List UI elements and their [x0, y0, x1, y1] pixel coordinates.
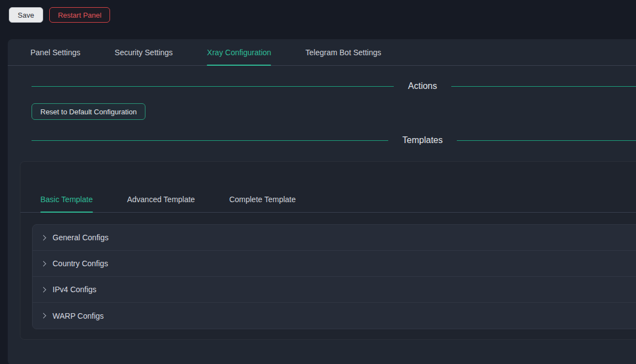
chevron-right-icon: [41, 313, 46, 319]
settings-tabbar: Panel Settings Security Settings Xray Co…: [8, 39, 636, 66]
tab-telegram-bot-settings[interactable]: Telegram Bot Settings: [305, 39, 381, 65]
templates-divider: Templates: [8, 135, 636, 145]
chevron-right-icon: [41, 261, 46, 266]
top-action-bar: Save Restart Panel: [0, 0, 636, 30]
collapse-item-warp-configs[interactable]: WARP Configs: [33, 303, 636, 329]
templates-card: Basic Template Advanced Template Complet…: [20, 161, 636, 340]
collapse-item-country-configs[interactable]: Country Configs: [33, 251, 636, 277]
tab-security-settings[interactable]: Security Settings: [114, 39, 173, 65]
collapse-item-label: IPv4 Configs: [53, 285, 96, 294]
tab-panel-settings[interactable]: Panel Settings: [30, 39, 80, 65]
settings-card: Panel Settings Security Settings Xray Co…: [8, 39, 636, 364]
actions-divider-label: Actions: [408, 81, 437, 91]
collapse-item-label: Country Configs: [53, 259, 108, 268]
collapse-item-general-configs[interactable]: General Configs: [33, 225, 636, 251]
tab-advanced-template[interactable]: Advanced Template: [127, 186, 195, 212]
tab-complete-template[interactable]: Complete Template: [229, 186, 295, 212]
save-button[interactable]: Save: [9, 7, 43, 23]
reset-default-config-button[interactable]: Reset to Default Configuration: [32, 103, 145, 120]
templates-divider-label: Templates: [403, 135, 443, 145]
tab-basic-template[interactable]: Basic Template: [40, 186, 93, 212]
template-tabbar: Basic Template Advanced Template Complet…: [20, 186, 636, 213]
tab-xray-configuration[interactable]: Xray Configuration: [207, 39, 271, 65]
collapse-item-ipv4-configs[interactable]: IPv4 Configs: [33, 277, 636, 303]
restart-panel-button[interactable]: Restart Panel: [49, 7, 111, 23]
actions-divider: Actions: [8, 81, 636, 91]
config-collapse-list: General Configs Country Configs IPv4 Con…: [32, 224, 636, 329]
chevron-right-icon: [41, 287, 46, 292]
actions-row: Reset to Default Configuration: [8, 91, 636, 120]
collapse-item-label: WARP Configs: [53, 312, 104, 320]
chevron-right-icon: [41, 235, 46, 240]
collapse-item-label: General Configs: [53, 233, 108, 242]
